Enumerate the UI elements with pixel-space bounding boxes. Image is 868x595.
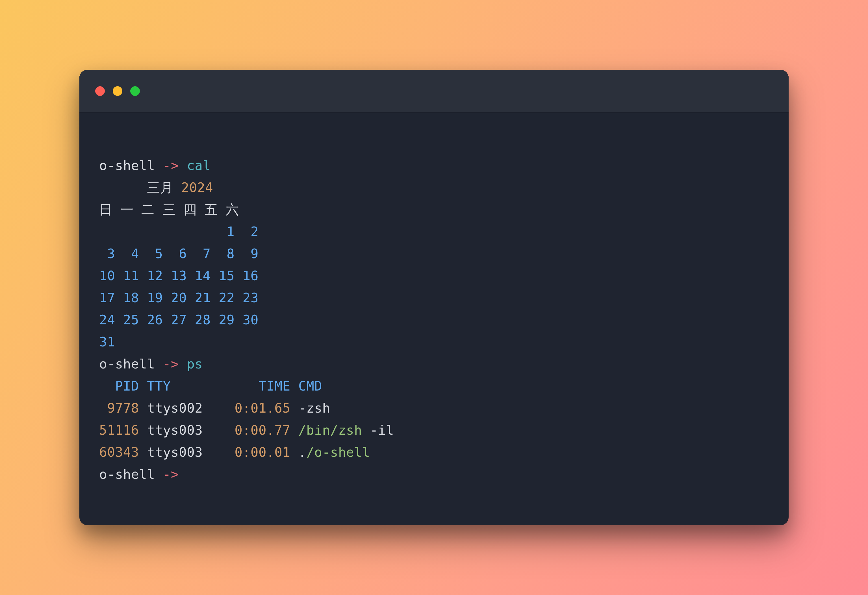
ps-hdr-tty: TTY xyxy=(139,378,171,394)
cal-header: 三月 2024 xyxy=(99,180,213,195)
prompt-line-2: o-shell -> ps xyxy=(99,356,203,372)
ps-tty: ttys002 xyxy=(147,400,202,416)
cal-row-4: 17 18 19 20 21 22 23 xyxy=(99,290,258,305)
ps-row: 9778 ttys002 0:01.65 -zsh xyxy=(99,400,330,416)
ps-tty: ttys003 xyxy=(147,444,202,460)
ps-pid: 60343 xyxy=(99,444,139,460)
cal-weekdays: 日 一 二 三 四 五 六 xyxy=(99,202,239,217)
ps-cmd: /bin/zsh -il xyxy=(298,422,394,438)
ps-time: 0:01.65 xyxy=(235,400,290,416)
cal-row-2: 3 4 5 6 7 8 9 xyxy=(99,246,258,261)
zoom-icon[interactable] xyxy=(130,86,140,96)
ps-hdr-pid: PID xyxy=(99,378,139,394)
ps-row: 60343 ttys003 0:00.01 ./o-shell xyxy=(99,444,370,460)
cal-row-3: 10 11 12 13 14 15 16 xyxy=(99,268,258,283)
ps-cmd: ./o-shell xyxy=(298,444,370,460)
ps-header: PID TTY TIME CMD xyxy=(99,378,322,394)
prompt-line-3: o-shell -> xyxy=(99,466,187,482)
prompt-name: o-shell xyxy=(99,356,155,372)
prompt-arrow: -> xyxy=(155,466,187,482)
prompt-arrow: -> xyxy=(155,356,187,372)
ps-time: 0:00.01 xyxy=(235,444,290,460)
ps-hdr-cmd: CMD xyxy=(298,378,322,394)
ps-cmd: -zsh xyxy=(298,400,330,416)
cal-month: 三月 xyxy=(147,180,173,195)
minimize-icon[interactable] xyxy=(113,86,123,96)
ps-pid: 9778 xyxy=(99,400,139,416)
terminal-window: o-shell -> cal 三月 2024 日 一 二 三 四 五 六 1 2… xyxy=(80,70,788,525)
ps-tty: ttys003 xyxy=(147,422,202,438)
ps-row: 51116 ttys003 0:00.77 /bin/zsh -il xyxy=(99,422,394,438)
ps-hdr-time: TIME xyxy=(258,378,291,394)
cal-row-6: 31 xyxy=(99,334,115,349)
ps-time: 0:00.77 xyxy=(235,422,290,438)
ps-pid: 51116 xyxy=(99,422,139,438)
cal-year: 2024 xyxy=(181,180,213,195)
prompt-arrow: -> xyxy=(155,158,187,173)
cal-row-5: 24 25 26 27 28 29 30 xyxy=(99,312,258,327)
prompt-name: o-shell xyxy=(99,466,155,482)
cal-row-1: 1 2 xyxy=(99,224,258,239)
prompt-line-1: o-shell -> cal xyxy=(99,158,211,173)
close-icon[interactable] xyxy=(95,86,105,96)
command-cal: cal xyxy=(187,158,211,173)
titlebar xyxy=(80,70,788,112)
prompt-name: o-shell xyxy=(99,158,155,173)
command-ps: ps xyxy=(187,356,202,372)
terminal-body[interactable]: o-shell -> cal 三月 2024 日 一 二 三 四 五 六 1 2… xyxy=(80,112,788,525)
